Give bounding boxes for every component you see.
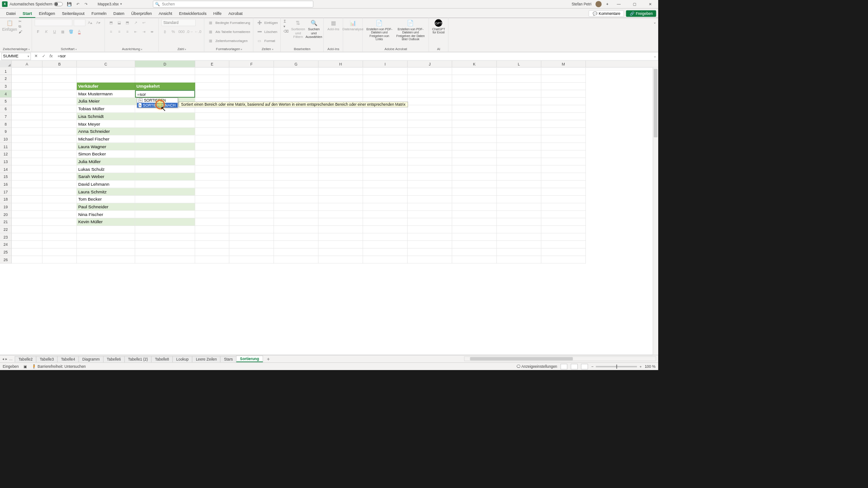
number-format-select[interactable] xyxy=(161,19,196,26)
column-header-L[interactable]: L xyxy=(497,61,542,67)
cell-B1[interactable] xyxy=(42,67,77,75)
comma-icon[interactable]: 000 xyxy=(178,28,185,35)
cell-K8[interactable] xyxy=(452,120,497,128)
copy-icon[interactable]: ⧉ xyxy=(19,24,22,29)
cell-B10[interactable] xyxy=(42,136,77,143)
cell-J24[interactable] xyxy=(408,241,453,249)
cell-B8[interactable] xyxy=(42,120,77,128)
cell-B23[interactable] xyxy=(42,233,77,241)
cell-E17[interactable] xyxy=(195,188,229,196)
row-header[interactable]: 17 xyxy=(0,188,12,196)
select-all-button[interactable] xyxy=(0,61,12,67)
cell-H22[interactable] xyxy=(318,226,363,234)
cell-C9[interactable]: Anna Schneider xyxy=(77,128,135,136)
paste-button[interactable]: 📋 Einfügen xyxy=(3,19,16,31)
cell-E26[interactable] xyxy=(195,256,229,263)
cell-B9[interactable] xyxy=(42,128,77,136)
undo-icon[interactable]: ↶ xyxy=(74,2,81,6)
cell-C3[interactable]: Verkäufer xyxy=(77,83,135,90)
cell-B19[interactable] xyxy=(42,203,77,211)
cell-L23[interactable] xyxy=(497,233,542,241)
cell-G16[interactable] xyxy=(274,181,319,188)
avatar[interactable] xyxy=(595,1,602,7)
cell-L24[interactable] xyxy=(497,241,542,249)
cell-E16[interactable] xyxy=(195,181,229,188)
cell-M26[interactable] xyxy=(541,256,586,263)
cell-J25[interactable] xyxy=(408,249,453,256)
cell-G18[interactable] xyxy=(274,196,319,203)
cell-H15[interactable] xyxy=(318,173,363,181)
cell-F20[interactable] xyxy=(229,211,274,218)
redo-icon[interactable]: ↷ xyxy=(83,2,90,6)
cell-B11[interactable] xyxy=(42,143,77,150)
cell-G8[interactable] xyxy=(274,120,319,128)
cell-M25[interactable] xyxy=(541,249,586,256)
row-header[interactable]: 24 xyxy=(0,241,12,249)
coming-soon-icon[interactable]: ✦ xyxy=(606,2,609,6)
cell-A13[interactable] xyxy=(12,158,42,166)
cell-I15[interactable] xyxy=(363,173,408,181)
cell-C19[interactable]: Paul Schneider xyxy=(77,203,135,211)
cell-A15[interactable] xyxy=(12,173,42,181)
row-header[interactable]: 1 xyxy=(0,67,12,75)
cell-H9[interactable] xyxy=(318,128,363,136)
cell-F13[interactable] xyxy=(229,158,274,166)
cell-I23[interactable] xyxy=(363,233,408,241)
cell-K4[interactable] xyxy=(452,90,497,98)
ribbon-tab-datei[interactable]: Datei xyxy=(3,9,19,18)
cell-A25[interactable] xyxy=(12,249,42,256)
cell-B5[interactable] xyxy=(42,98,77,105)
cell-M18[interactable] xyxy=(541,196,586,203)
cell-I1[interactable] xyxy=(363,67,408,75)
cell-A14[interactable] xyxy=(12,165,42,173)
cell-L22[interactable] xyxy=(497,226,542,234)
cell-M11[interactable] xyxy=(541,143,586,150)
page-layout-view-button[interactable] xyxy=(571,364,578,369)
cell-F2[interactable] xyxy=(229,75,274,83)
cell-H25[interactable] xyxy=(318,249,363,256)
orientation-icon[interactable]: ↗ xyxy=(132,19,139,26)
cell-F12[interactable] xyxy=(229,150,274,158)
row-header[interactable]: 20 xyxy=(0,211,12,218)
cell-G20[interactable] xyxy=(274,211,319,218)
cell-H2[interactable] xyxy=(318,75,363,83)
cell-E11[interactable] xyxy=(195,143,229,150)
column-header-F[interactable]: F xyxy=(229,61,274,67)
row-header[interactable]: 5 xyxy=(0,98,12,105)
cell-C21[interactable]: Kevin Müller xyxy=(77,218,135,226)
font-name-input[interactable] xyxy=(35,19,72,26)
cell-A2[interactable] xyxy=(12,75,42,83)
cell-J4[interactable] xyxy=(408,90,453,98)
cell-C18[interactable]: Tom Becker xyxy=(77,196,135,203)
cell-J6[interactable] xyxy=(408,105,453,113)
cell-L3[interactable] xyxy=(497,83,542,90)
cell-H12[interactable] xyxy=(318,150,363,158)
cell-L21[interactable] xyxy=(497,218,542,226)
cell-G14[interactable] xyxy=(274,165,319,173)
align-top-icon[interactable]: ⬒ xyxy=(108,19,114,26)
cell-D18[interactable] xyxy=(135,196,195,203)
comments-button[interactable]: 💬 Kommentare xyxy=(589,10,624,17)
cell-M22[interactable] xyxy=(541,226,586,234)
cell-B22[interactable] xyxy=(42,226,77,234)
decimal-decrease-icon[interactable]: ←.0 xyxy=(194,28,201,35)
cell-A8[interactable] xyxy=(12,120,42,128)
cell-M1[interactable] xyxy=(541,67,586,75)
cell-C20[interactable]: Nina Fischer xyxy=(77,211,135,218)
cell-K22[interactable] xyxy=(452,226,497,234)
cell-K9[interactable] xyxy=(452,128,497,136)
cell-C6[interactable]: Tobias Müller xyxy=(77,105,135,113)
cell-B20[interactable] xyxy=(42,211,77,218)
cell-C5[interactable]: Julia Meier xyxy=(77,98,135,105)
cell-D24[interactable] xyxy=(135,241,195,249)
increase-font-icon[interactable]: A▴ xyxy=(87,19,94,26)
row-header[interactable]: 18 xyxy=(0,196,12,203)
underline-icon[interactable]: U xyxy=(51,28,58,35)
merge-icon[interactable]: ⬌ xyxy=(149,28,156,35)
cell-L20[interactable] xyxy=(497,211,542,218)
cell-M4[interactable] xyxy=(541,90,586,98)
format-painter-icon[interactable]: 🖌 xyxy=(19,29,22,33)
cell-A3[interactable] xyxy=(12,83,42,90)
cell-J14[interactable] xyxy=(408,165,453,173)
cell-C16[interactable]: David Lehmann xyxy=(77,181,135,188)
